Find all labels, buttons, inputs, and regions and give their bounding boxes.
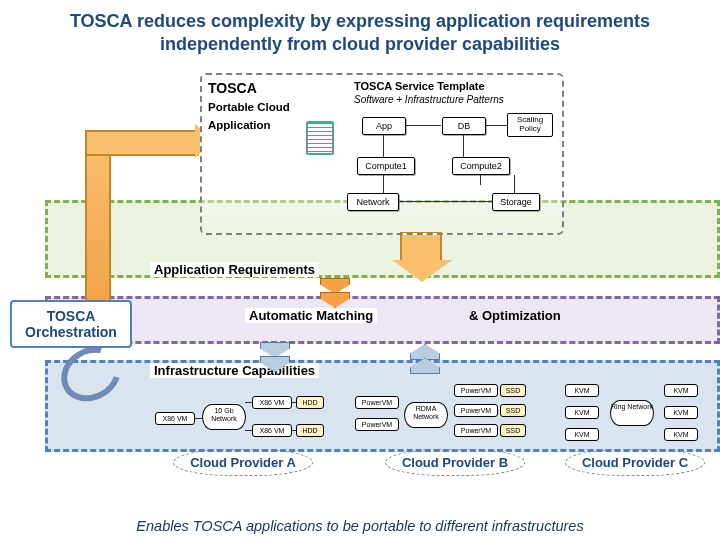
connector [383,135,384,157]
slide-title: TOSCA reduces complexity by expressing a… [0,0,720,57]
label-infra-capabilities: Infrastructure Capabilities [150,363,319,378]
pill-vm: PowerVM [355,418,399,431]
arrow-orch-horizontal [85,130,199,156]
node-network: Network [347,193,399,211]
connector [485,125,507,126]
template-title: TOSCA Service Template [354,80,485,92]
cloud-provider-a: Cloud Provider A [183,455,303,470]
pill-network: Ring Network [610,400,654,426]
pill-vm: X86 VM [252,424,292,437]
pill-disk: SSD [500,384,526,397]
cloud-provider-b: Cloud Provider B [395,455,515,470]
connector [514,175,515,193]
connector [245,402,252,403]
connector [480,175,481,185]
pill-disk: HDD [296,424,324,437]
connector [291,402,296,403]
node-scaling-policy: Scaling Policy [507,113,553,137]
label-optimization: & Optimization [465,308,565,323]
pill-disk: SSD [500,424,526,437]
pill-vm: PowerVM [454,384,498,397]
pill-vm: KVM [565,406,599,419]
tosca-subtitle: Portable Cloud Application [208,101,290,131]
pill-vm: PowerVM [454,404,498,417]
connector [383,175,384,193]
connector [463,135,464,157]
node-compute1: Compute1 [357,157,415,175]
footer-caption: Enables TOSCA applications to be portabl… [0,518,720,534]
connector [398,201,492,202]
arrow-orch-vertical [85,140,111,304]
tosca-heading: TOSCA [208,80,257,96]
node-compute2: Compute2 [452,157,510,175]
pill-disk: SSD [500,404,526,417]
pill-network: RDMA Network [404,402,448,428]
node-storage: Storage [492,193,540,211]
connector [291,430,296,431]
label-matching: Automatic Matching [245,308,377,323]
pill-vm: X86 VM [155,412,195,425]
template-subtitle: Software + Infrastructure Patterns [354,94,504,105]
pill-vm: KVM [565,428,599,441]
band-matching [45,296,720,344]
pill-vm: KVM [664,406,698,419]
pill-vm: X86 VM [252,396,292,409]
tosca-left-caption: TOSCA Portable Cloud Application [208,79,308,133]
pill-vm: KVM [664,428,698,441]
pill-vm: PowerVM [454,424,498,437]
cloud-provider-c: Cloud Provider C [575,455,695,470]
node-db: DB [442,117,486,135]
tosca-service-template: TOSCA Portable Cloud Application TOSCA S… [200,73,564,235]
pill-vm: KVM [664,384,698,397]
label-app-requirements: Application Requirements [150,262,319,277]
pill-network: 10 Gb Network [202,404,246,430]
connector [405,125,441,126]
chevron-down-icon [320,278,350,294]
document-icon [306,121,334,155]
connector [245,430,252,431]
tosca-orchestration-box: TOSCA Orchestration [10,300,132,348]
chevron-up-icon [410,344,440,360]
pill-disk: HDD [296,396,324,409]
pill-vm: KVM [565,384,599,397]
connector [194,418,202,419]
pill-vm: PowerVM [355,396,399,409]
chevron-down-icon [260,342,290,358]
arrow-template-to-reqs [400,232,442,262]
node-app: App [362,117,406,135]
